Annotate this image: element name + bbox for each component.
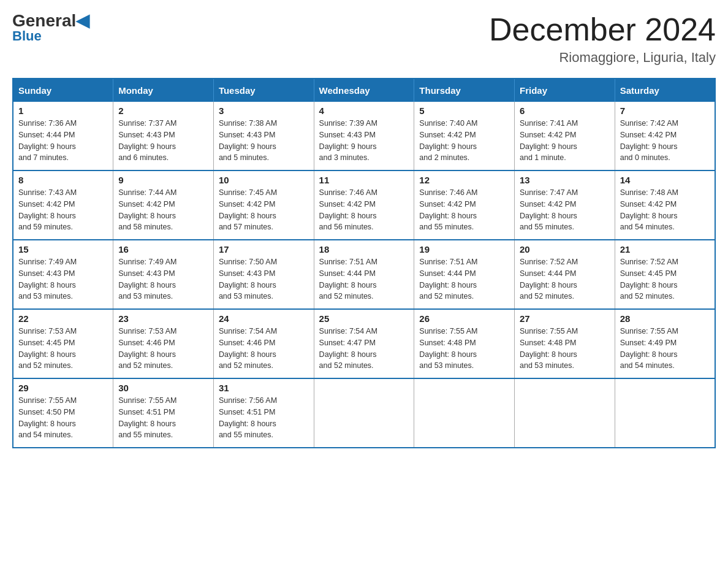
calendar-day-cell: 15Sunrise: 7:49 AMSunset: 4:43 PMDayligh…	[13, 240, 113, 309]
logo: General◀ Blue	[12, 12, 89, 44]
logo-general: General◀	[12, 12, 89, 29]
day-info: Sunrise: 7:55 AMSunset: 4:50 PMDaylight:…	[18, 395, 108, 441]
day-number: 13	[520, 175, 610, 185]
day-info: Sunrise: 7:48 AMSunset: 4:42 PMDaylight:…	[620, 187, 710, 233]
day-info: Sunrise: 7:54 AMSunset: 4:46 PMDaylight:…	[219, 326, 309, 372]
day-number: 23	[118, 313, 208, 324]
calendar-subtitle: Riomaggiore, Liguria, Italy	[489, 50, 716, 66]
day-info: Sunrise: 7:53 AMSunset: 4:46 PMDaylight:…	[118, 326, 208, 372]
calendar-day-cell: 14Sunrise: 7:48 AMSunset: 4:42 PMDayligh…	[615, 170, 715, 240]
day-info: Sunrise: 7:55 AMSunset: 4:48 PMDaylight:…	[419, 326, 509, 372]
calendar-day-cell: 13Sunrise: 7:47 AMSunset: 4:42 PMDayligh…	[515, 170, 615, 240]
calendar-title: December 2024	[489, 12, 716, 47]
calendar-day-cell	[314, 378, 414, 448]
day-number: 30	[118, 383, 208, 393]
calendar-title-block: December 2024 Riomaggiore, Liguria, Ital…	[489, 12, 716, 66]
calendar-header-row: SundayMondayTuesdayWednesdayThursdayFrid…	[13, 79, 715, 102]
calendar-day-cell: 8Sunrise: 7:43 AMSunset: 4:42 PMDaylight…	[13, 170, 113, 240]
calendar-day-cell: 6Sunrise: 7:41 AMSunset: 4:42 PMDaylight…	[515, 102, 615, 170]
calendar-day-cell: 21Sunrise: 7:52 AMSunset: 4:45 PMDayligh…	[615, 240, 715, 309]
calendar-week-row: 15Sunrise: 7:49 AMSunset: 4:43 PMDayligh…	[13, 240, 715, 309]
day-number: 26	[419, 313, 509, 324]
calendar-day-cell: 17Sunrise: 7:50 AMSunset: 4:43 PMDayligh…	[213, 240, 314, 309]
day-number: 15	[18, 244, 108, 255]
calendar-day-cell: 22Sunrise: 7:53 AMSunset: 4:45 PMDayligh…	[13, 309, 113, 378]
calendar-day-cell	[515, 378, 615, 448]
day-number: 8	[18, 175, 108, 185]
day-number: 28	[620, 313, 710, 324]
day-of-week-header: Saturday	[615, 79, 715, 102]
day-info: Sunrise: 7:56 AMSunset: 4:51 PMDaylight:…	[219, 395, 309, 441]
day-info: Sunrise: 7:40 AMSunset: 4:42 PMDaylight:…	[419, 118, 509, 164]
day-info: Sunrise: 7:46 AMSunset: 4:42 PMDaylight:…	[319, 187, 409, 233]
day-info: Sunrise: 7:51 AMSunset: 4:44 PMDaylight:…	[319, 256, 409, 302]
day-info: Sunrise: 7:43 AMSunset: 4:42 PMDaylight:…	[18, 187, 108, 233]
calendar-week-row: 1Sunrise: 7:36 AMSunset: 4:44 PMDaylight…	[13, 102, 715, 170]
day-number: 29	[18, 383, 108, 393]
day-number: 14	[620, 175, 710, 185]
day-info: Sunrise: 7:47 AMSunset: 4:42 PMDaylight:…	[520, 187, 610, 233]
day-number: 6	[520, 105, 610, 116]
day-number: 27	[520, 313, 610, 324]
calendar-day-cell: 19Sunrise: 7:51 AMSunset: 4:44 PMDayligh…	[414, 240, 515, 309]
day-info: Sunrise: 7:55 AMSunset: 4:51 PMDaylight:…	[118, 395, 208, 441]
day-number: 12	[419, 175, 509, 185]
day-info: Sunrise: 7:55 AMSunset: 4:48 PMDaylight:…	[520, 326, 610, 372]
day-info: Sunrise: 7:51 AMSunset: 4:44 PMDaylight:…	[419, 256, 509, 302]
calendar-week-row: 29Sunrise: 7:55 AMSunset: 4:50 PMDayligh…	[13, 378, 715, 448]
day-of-week-header: Sunday	[13, 79, 113, 102]
day-of-week-header: Monday	[113, 79, 214, 102]
calendar-day-cell: 27Sunrise: 7:55 AMSunset: 4:48 PMDayligh…	[515, 309, 615, 378]
calendar-day-cell: 28Sunrise: 7:55 AMSunset: 4:49 PMDayligh…	[615, 309, 715, 378]
calendar-day-cell: 29Sunrise: 7:55 AMSunset: 4:50 PMDayligh…	[13, 378, 113, 448]
calendar-day-cell: 16Sunrise: 7:49 AMSunset: 4:43 PMDayligh…	[113, 240, 214, 309]
calendar-day-cell: 23Sunrise: 7:53 AMSunset: 4:46 PMDayligh…	[113, 309, 214, 378]
day-number: 31	[219, 383, 309, 393]
day-info: Sunrise: 7:41 AMSunset: 4:42 PMDaylight:…	[520, 118, 610, 164]
calendar-day-cell: 12Sunrise: 7:46 AMSunset: 4:42 PMDayligh…	[414, 170, 515, 240]
calendar-day-cell: 30Sunrise: 7:55 AMSunset: 4:51 PMDayligh…	[113, 378, 214, 448]
logo-blue-text: Blue	[12, 28, 42, 44]
day-of-week-header: Friday	[515, 79, 615, 102]
calendar-day-cell: 18Sunrise: 7:51 AMSunset: 4:44 PMDayligh…	[314, 240, 414, 309]
day-number: 2	[118, 105, 208, 116]
day-number: 19	[419, 244, 509, 255]
calendar-week-row: 8Sunrise: 7:43 AMSunset: 4:42 PMDaylight…	[13, 170, 715, 240]
day-info: Sunrise: 7:55 AMSunset: 4:49 PMDaylight:…	[620, 326, 710, 372]
day-info: Sunrise: 7:50 AMSunset: 4:43 PMDaylight:…	[219, 256, 309, 302]
calendar-day-cell: 20Sunrise: 7:52 AMSunset: 4:44 PMDayligh…	[515, 240, 615, 309]
day-number: 16	[118, 244, 208, 255]
day-of-week-header: Thursday	[414, 79, 515, 102]
day-info: Sunrise: 7:45 AMSunset: 4:42 PMDaylight:…	[219, 187, 309, 233]
day-number: 21	[620, 244, 710, 255]
day-number: 1	[18, 105, 108, 116]
day-info: Sunrise: 7:52 AMSunset: 4:44 PMDaylight:…	[520, 256, 610, 302]
day-of-week-header: Tuesday	[213, 79, 314, 102]
day-number: 4	[319, 105, 409, 116]
calendar-day-cell: 4Sunrise: 7:39 AMSunset: 4:43 PMDaylight…	[314, 102, 414, 170]
day-number: 9	[118, 175, 208, 185]
day-number: 25	[319, 313, 409, 324]
calendar-day-cell: 26Sunrise: 7:55 AMSunset: 4:48 PMDayligh…	[414, 309, 515, 378]
day-info: Sunrise: 7:36 AMSunset: 4:44 PMDaylight:…	[18, 118, 108, 164]
day-number: 18	[319, 244, 409, 255]
calendar-day-cell: 1Sunrise: 7:36 AMSunset: 4:44 PMDaylight…	[13, 102, 113, 170]
day-info: Sunrise: 7:54 AMSunset: 4:47 PMDaylight:…	[319, 326, 409, 372]
calendar-table: SundayMondayTuesdayWednesdayThursdayFrid…	[12, 78, 716, 448]
calendar-day-cell: 10Sunrise: 7:45 AMSunset: 4:42 PMDayligh…	[213, 170, 314, 240]
calendar-day-cell	[615, 378, 715, 448]
calendar-day-cell: 11Sunrise: 7:46 AMSunset: 4:42 PMDayligh…	[314, 170, 414, 240]
day-info: Sunrise: 7:52 AMSunset: 4:45 PMDaylight:…	[620, 256, 710, 302]
day-number: 17	[219, 244, 309, 255]
calendar-day-cell: 7Sunrise: 7:42 AMSunset: 4:42 PMDaylight…	[615, 102, 715, 170]
day-number: 11	[319, 175, 409, 185]
calendar-day-cell: 31Sunrise: 7:56 AMSunset: 4:51 PMDayligh…	[213, 378, 314, 448]
logo-triangle-icon: ◀	[76, 11, 89, 30]
calendar-week-row: 22Sunrise: 7:53 AMSunset: 4:45 PMDayligh…	[13, 309, 715, 378]
calendar-day-cell: 2Sunrise: 7:37 AMSunset: 4:43 PMDaylight…	[113, 102, 214, 170]
day-number: 24	[219, 313, 309, 324]
day-of-week-header: Wednesday	[314, 79, 414, 102]
calendar-day-cell: 24Sunrise: 7:54 AMSunset: 4:46 PMDayligh…	[213, 309, 314, 378]
day-info: Sunrise: 7:44 AMSunset: 4:42 PMDaylight:…	[118, 187, 208, 233]
calendar-day-cell: 3Sunrise: 7:38 AMSunset: 4:43 PMDaylight…	[213, 102, 314, 170]
